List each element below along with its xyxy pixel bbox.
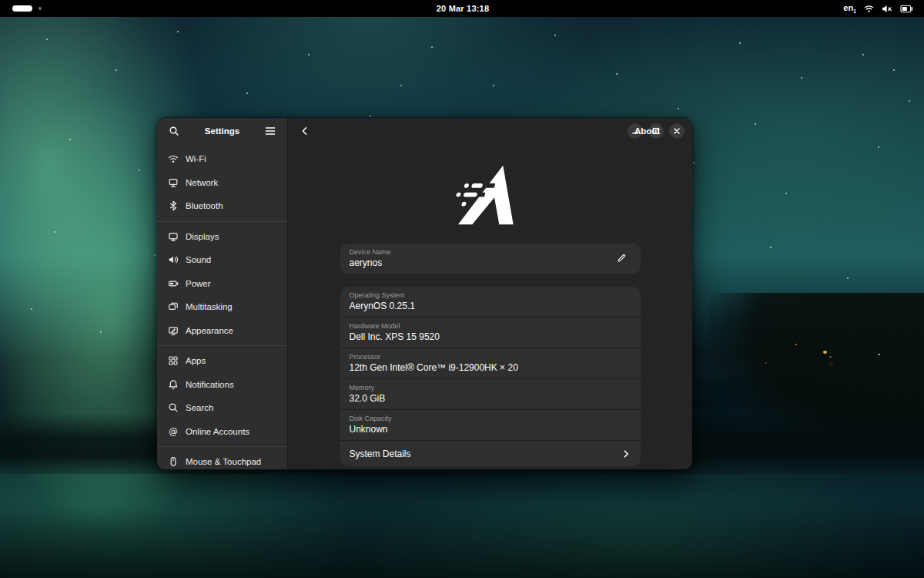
maximize-icon [650,125,662,137]
sidebar-item-sound[interactable]: Sound [162,248,283,272]
sidebar-item-search[interactable]: Search [162,396,283,420]
sidebar-item-mouse-touchpad[interactable]: Mouse & Touchpad [162,450,283,469]
sidebar-item-notifications[interactable]: Notifications [162,373,283,397]
mouse-icon [168,456,179,467]
info-value: 32.0 GiB [350,392,631,405]
sidebar-item-bluetooth[interactable]: Bluetooth [162,194,283,218]
sidebar-item-online-accounts[interactable]: @ Online Accounts [162,420,283,444]
search-button[interactable] [165,122,183,140]
info-label: Memory [350,383,631,392]
device-name-label: Device Name [350,247,611,257]
info-label: Operating System [350,291,631,300]
bluetooth-icon [168,200,179,211]
window-controls [628,123,685,139]
sidebar-item-label: Multitasking [186,302,233,311]
info-label: Disk Capacity [350,414,631,423]
search-icon [168,402,179,413]
settings-sidebar: Settings Wi-Fi Network [157,118,288,469]
displays-icon [168,231,179,242]
sidebar-nav: Wi-Fi Network Bluetooth Displays [157,144,287,469]
info-row-operating-system: Operating System AerynOS 0.25.1 [340,287,641,317]
sidebar-item-label: Network [186,178,218,187]
workspace-dot[interactable] [38,7,42,10]
sidebar-separator [157,446,287,447]
info-row-memory: Memory 32.0 GiB [340,378,641,409]
about-page: About [288,118,692,469]
sidebar-item-label: Sound [186,255,211,264]
close-icon [671,125,683,137]
system-tray[interactable]: en1 [489,3,924,14]
system-details-row[interactable]: System Details [340,440,641,466]
system-details-label: System Details [350,449,411,459]
settings-window: Settings Wi-Fi Network [156,117,693,470]
sidebar-item-multitasking[interactable]: Multitasking [162,295,283,319]
minimize-button[interactable] [628,123,643,139]
info-label: Hardware Model [350,321,631,331]
info-row-processor: Processor 12th Gen Intel® Core™ i9-12900… [340,348,641,378]
info-label: Processor [350,352,631,361]
volume-muted-icon [882,5,892,13]
sidebar-item-label: Wi-Fi [186,154,206,163]
info-row-disk-capacity: Disk Capacity Unknown [340,409,641,440]
sidebar-header: Settings [157,118,287,144]
sidebar-item-network[interactable]: Network [162,171,283,195]
aerynos-logo [450,164,531,226]
sidebar-item-appearance[interactable]: Appearance [162,319,283,343]
wifi-icon [168,153,179,164]
activities-pill[interactable] [12,5,32,12]
device-name-row[interactable]: Device Name aerynos [340,244,641,274]
sound-icon [168,254,179,265]
battery-icon [900,5,913,13]
info-value: Dell Inc. XPS 15 9520 [350,331,631,343]
online-accounts-icon: @ [168,426,179,437]
chevron-left-icon [300,126,310,136]
clock[interactable]: 20 Mar 13:18 [437,4,489,13]
sidebar-title: Settings [188,126,256,136]
sidebar-item-label: Search [186,403,213,412]
sidebar-item-power[interactable]: Power [162,272,283,296]
content-header: About [288,118,692,144]
close-button[interactable] [669,123,685,139]
minimize-icon [629,125,641,137]
about-content: Device Name aerynos Operating System Aer… [288,144,692,469]
power-icon [168,278,179,289]
main-menu-button[interactable] [261,122,280,140]
sidebar-separator [157,345,287,346]
network-icon [168,177,179,188]
sidebar-item-label: Apps [186,356,206,365]
sidebar-item-wifi[interactable]: Wi-Fi [162,147,283,171]
sidebar-item-displays[interactable]: Displays [162,225,283,249]
sidebar-item-label: Online Accounts [186,427,249,436]
info-value: 12th Gen Intel® Core™ i9-12900HK × 20 [350,361,631,374]
system-top-bar: 20 Mar 13:18 en1 [0,0,924,17]
back-button[interactable] [296,122,314,140]
sidebar-item-apps[interactable]: Apps [162,349,283,373]
sidebar-item-label: Notifications [186,380,234,389]
notifications-icon [168,379,179,390]
sidebar-item-label: Displays [186,232,219,241]
edit-device-name-button[interactable] [611,248,631,268]
sidebar-item-label: Appearance [186,326,233,335]
chevron-right-icon [621,449,631,459]
sidebar-separator [157,221,287,222]
sidebar-item-label: Mouse & Touchpad [186,457,261,466]
keyboard-layout-indicator[interactable]: en1 [843,3,856,14]
maximize-button[interactable] [648,123,664,139]
sidebar-item-label: Power [186,279,211,288]
multitasking-icon [168,301,179,312]
system-info-card: Operating System AerynOS 0.25.1 Hardware… [340,287,641,466]
svg-text:@: @ [169,426,178,437]
info-value: AerynOS 0.25.1 [350,300,631,312]
wifi-icon [864,5,874,13]
sidebar-item-label: Bluetooth [186,201,223,210]
device-name-value: aerynos [350,257,611,269]
info-value: Unknown [350,423,631,435]
info-row-hardware-model: Hardware Model Dell Inc. XPS 15 9520 [340,317,641,348]
appearance-icon [168,325,179,336]
apps-icon [168,355,179,366]
pencil-icon [616,253,627,264]
